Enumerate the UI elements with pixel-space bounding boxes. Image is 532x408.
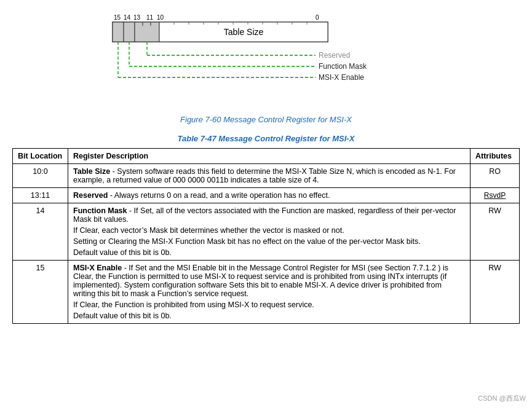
attribute-value: RsvdP [484, 191, 506, 200]
description-text: - If Set and the MSI Enable bit in the M… [73, 264, 448, 298]
description-text: - Always returns 0 on a read, and a writ… [108, 191, 330, 200]
attribute-value: RW [488, 264, 501, 272]
header-attributes: Attributes [470, 149, 520, 164]
description-paragraph: Table Size - System software reads this … [73, 167, 465, 184]
attribute-cell: RW [470, 261, 520, 324]
description-paragraph: Default value of this bit is 0b. [73, 312, 465, 320]
bold-term: Reserved [73, 191, 108, 200]
bit-label-11: 11 [146, 14, 154, 21]
bit-location-cell: 10:0 [13, 164, 68, 188]
description-paragraph: Reserved - Always returns 0 on a read, a… [73, 191, 465, 200]
description-cell: Function Mask - If Set, all of the vecto… [68, 203, 470, 261]
bit-location-cell: 14 [13, 203, 68, 261]
description-text: Setting or Clearing the MSI-X Function M… [73, 237, 421, 246]
attribute-value: RW [488, 206, 501, 215]
description-cell: Reserved - Always returns 0 on a read, a… [68, 188, 470, 203]
description-paragraph: If Clear, each vector’s Mask bit determi… [73, 226, 465, 235]
description-cell: MSI-X Enable - If Set and the MSI Enable… [68, 261, 470, 324]
bit-label-0: 0 [316, 14, 319, 21]
description-text: If Clear, each vector’s Mask bit determi… [73, 226, 344, 235]
description-paragraph: MSI-X Enable - If Set and the MSI Enable… [73, 264, 465, 298]
description-text: - If Set, all of the vectors associated … [73, 206, 456, 224]
table-caption: Table 7-47 Message Control Register for … [12, 134, 520, 143]
attribute-value: RO [489, 167, 501, 176]
function-mask-label: Function Mask [319, 62, 367, 71]
reserved-label: Reserved [319, 51, 350, 60]
bits13-11-segment [135, 22, 159, 42]
description-text: Default value of this bit is 0b. [73, 312, 172, 320]
table-row: 10:0Table Size - System software reads t… [13, 164, 520, 188]
register-diagram: 15 14 13 11 10 0 Table Size [12, 12, 520, 108]
bit-location-cell: 13:11 [13, 188, 68, 203]
description-text: If Clear, the Function is prohibited fro… [73, 300, 314, 309]
header-bit-location: Bit Location [13, 149, 68, 164]
bold-term: Function Mask [73, 206, 127, 215]
table-row: 15MSI-X Enable - If Set and the MSI Enab… [13, 261, 520, 324]
description-paragraph: If Clear, the Function is prohibited fro… [73, 300, 465, 309]
figure-caption: Figure 7-60 Message Control Register for… [12, 115, 520, 124]
description-text: - System software reads this field to de… [73, 167, 456, 184]
description-paragraph: Function Mask - If Set, all of the vecto… [73, 206, 465, 224]
bit-label-14: 14 [124, 14, 131, 21]
watermark: CSDN @西瓜W [478, 394, 526, 403]
msix-enable-label: MSI-X Enable [319, 73, 364, 82]
table-size-label: Table Size [223, 27, 263, 37]
description-paragraph: Setting or Clearing the MSI-X Function M… [73, 237, 465, 246]
bold-term: MSI-X Enable [73, 264, 122, 272]
attribute-cell: RO [470, 164, 520, 188]
bit-label-10: 10 [157, 14, 164, 21]
description-text: Default value of this bit is 0b. [73, 248, 172, 257]
bit-location-cell: 15 [13, 261, 68, 324]
attribute-cell: RW [470, 203, 520, 261]
bold-term: Table Size [73, 167, 110, 176]
main-table: Bit Location Register Description Attrib… [12, 148, 520, 324]
bit15-segment [113, 22, 124, 42]
description-cell: Table Size - System software reads this … [68, 164, 470, 188]
bit-label-13: 13 [133, 14, 141, 21]
header-register-description: Register Description [68, 149, 470, 164]
description-paragraph: Default value of this bit is 0b. [73, 248, 465, 257]
table-row: 13:11Reserved - Always returns 0 on a re… [13, 188, 520, 203]
attribute-cell: RsvdP [470, 188, 520, 203]
bit-label-15: 15 [114, 14, 121, 21]
bit14-segment [124, 22, 135, 42]
table-row: 14Function Mask - If Set, all of the vec… [13, 203, 520, 261]
